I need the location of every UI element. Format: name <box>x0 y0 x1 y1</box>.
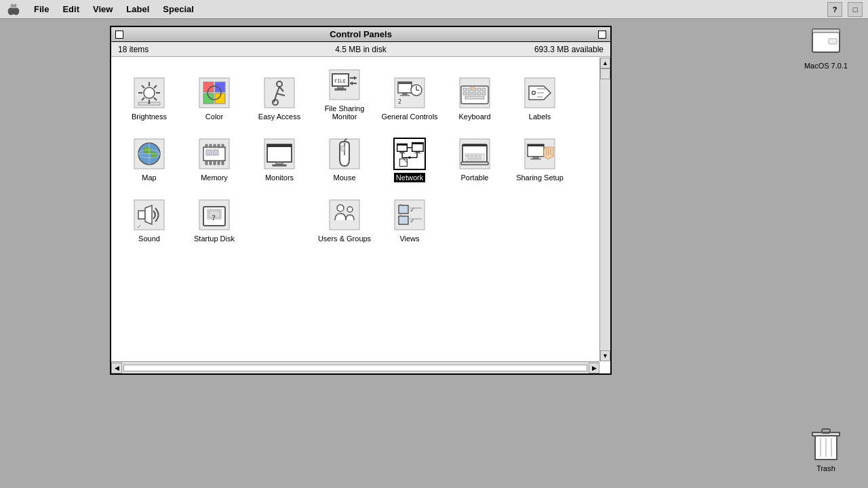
svg-rect-73 <box>222 144 224 148</box>
svg-rect-38 <box>400 95 410 96</box>
svg-rect-80 <box>213 150 218 155</box>
svg-point-1 <box>144 87 155 98</box>
svg-rect-92 <box>400 151 404 152</box>
users-groups-icon <box>328 199 361 231</box>
icon-portable[interactable]: Portable <box>442 124 507 185</box>
macos-disk[interactable]: MacOS 7.0.1 <box>799 26 853 70</box>
mouse-label: Mouse <box>331 173 357 182</box>
menu-edit[interactable]: Edit <box>56 2 86 16</box>
trash-label: Trash <box>814 464 837 473</box>
icon-views[interactable]: ✓ ✓ Views <box>377 185 442 246</box>
svg-rect-53 <box>477 92 481 95</box>
menu-special[interactable]: Special <box>156 2 201 16</box>
scroll-thumb-v[interactable] <box>600 68 610 79</box>
macos-disk-icon <box>810 26 842 58</box>
memory-icon <box>198 138 231 170</box>
content-area: Brightness Color <box>111 58 599 361</box>
scroll-track-h[interactable] <box>123 365 587 371</box>
trash[interactable]: Trash <box>799 428 853 473</box>
svg-rect-110 <box>471 155 473 157</box>
views-icon: ✓ ✓ <box>393 199 426 231</box>
general-controls-icon: 2 <box>393 77 426 109</box>
help-icon[interactable]: ? <box>827 2 842 17</box>
svg-text:2: 2 <box>398 99 401 105</box>
menu-file[interactable]: File <box>27 2 56 16</box>
apple-menu[interactable] <box>5 1 22 18</box>
scroll-down-arrow[interactable]: ▼ <box>600 350 610 361</box>
memory-label: Memory <box>199 173 230 182</box>
svg-rect-97 <box>414 152 421 153</box>
svg-rect-54 <box>482 92 486 95</box>
svg-rect-149 <box>822 429 830 433</box>
svg-text:FILE: FILE <box>334 79 346 84</box>
icon-sharing-setup[interactable]: Sharing Setup <box>507 124 572 185</box>
sound-icon: ✓ <box>133 199 165 231</box>
icon-general-controls[interactable]: 2 General Controls <box>377 63 442 124</box>
svg-rect-15 <box>203 94 214 104</box>
window-icon[interactable]: □ <box>848 2 863 17</box>
icon-network[interactable]: Network <box>377 124 442 185</box>
scroll-up-arrow[interactable]: ▲ <box>600 58 610 68</box>
menu-label[interactable]: Label <box>119 2 156 16</box>
icon-file-sharing-monitor[interactable]: FILE File Sharing Monitor <box>312 63 377 124</box>
icon-easy-access[interactable]: Easy Access <box>247 63 312 124</box>
scroll-right-arrow[interactable]: ▶ <box>589 363 599 373</box>
zoom-button[interactable] <box>598 30 606 39</box>
horizontal-scrollbar[interactable]: ◀ ▶ <box>111 361 599 373</box>
svg-text:✓: ✓ <box>410 217 415 224</box>
svg-text:✓: ✓ <box>410 206 415 214</box>
svg-rect-84 <box>276 162 283 165</box>
icon-keyboard[interactable]: Keyboard <box>442 63 507 124</box>
icon-color[interactable]: Color <box>182 63 247 124</box>
svg-rect-106 <box>462 144 487 146</box>
vertical-scrollbar[interactable]: ▲ ▼ <box>599 58 610 361</box>
icon-sound[interactable]: ✓ Sound <box>117 185 182 246</box>
menu-view[interactable]: View <box>86 2 119 16</box>
apple-logo-icon <box>7 3 20 16</box>
svg-rect-136 <box>399 216 408 224</box>
icon-monitors[interactable]: Monitors <box>247 124 312 185</box>
icon-memory[interactable]: Memory <box>182 124 247 185</box>
svg-rect-112 <box>479 155 481 157</box>
file-sharing-monitor-label: File Sharing Monitor <box>314 104 375 121</box>
monitors-icon <box>263 138 296 170</box>
svg-rect-123 <box>138 211 145 219</box>
network-icon <box>393 138 426 170</box>
network-label: Network <box>394 173 425 182</box>
sound-label: Sound <box>136 234 162 243</box>
svg-rect-16 <box>215 94 225 104</box>
menubar-right: ? □ <box>827 2 863 17</box>
startup-disk-icon: ? <box>198 199 231 231</box>
sharing-setup-icon <box>524 138 556 170</box>
svg-rect-85 <box>273 165 286 166</box>
svg-rect-28 <box>335 89 346 90</box>
svg-rect-135 <box>399 205 408 214</box>
scroll-left-arrow[interactable]: ◀ <box>111 363 122 373</box>
icon-startup-disk[interactable]: ? Startup Disk <box>182 185 247 246</box>
icon-mouse[interactable]: Mouse <box>312 124 377 185</box>
svg-rect-48 <box>477 88 481 91</box>
svg-rect-78 <box>222 161 224 165</box>
file-sharing-monitor-icon: FILE <box>328 68 361 101</box>
items-count: 18 items <box>118 45 280 54</box>
svg-rect-108 <box>465 154 484 161</box>
svg-rect-77 <box>218 161 220 165</box>
icon-brightness[interactable]: Brightness <box>117 63 182 124</box>
icon-labels[interactable]: Labels <box>507 63 572 124</box>
svg-rect-74 <box>205 161 208 165</box>
svg-rect-75 <box>210 161 212 165</box>
svg-rect-91 <box>397 144 408 145</box>
svg-rect-37 <box>403 93 407 95</box>
svg-rect-88 <box>341 146 344 151</box>
svg-rect-55 <box>465 96 484 99</box>
close-button[interactable] <box>115 30 123 39</box>
mouse-icon <box>328 138 361 170</box>
svg-rect-71 <box>214 144 216 148</box>
easy-access-icon <box>263 77 296 109</box>
icon-users-groups[interactable]: Users & Groups <box>312 185 377 246</box>
title-bar: Control Panels <box>111 27 610 42</box>
svg-rect-13 <box>203 82 214 92</box>
svg-rect-72 <box>218 144 220 148</box>
icon-map[interactable]: Map <box>117 124 182 185</box>
svg-rect-69 <box>205 144 208 148</box>
